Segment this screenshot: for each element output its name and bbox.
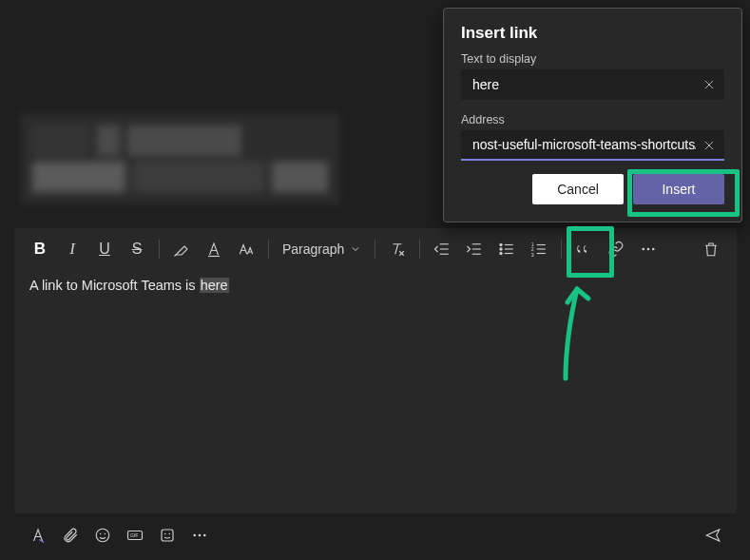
separator [375,240,375,259]
numbered-list-button[interactable]: 123 [523,233,555,265]
insert-button[interactable]: Insert [633,174,724,204]
svg-point-28 [164,533,166,535]
clear-formatting-icon [389,241,406,258]
svg-point-30 [193,534,196,537]
svg-point-24 [105,533,106,535]
svg-point-21 [652,248,655,251]
indent-icon [466,241,483,258]
gif-icon: GIF [126,527,144,544]
svg-point-19 [643,248,645,251]
insert-link-dialog: Insert link Text to display Address Canc… [443,8,742,222]
svg-point-20 [647,248,650,251]
svg-point-31 [199,534,202,537]
svg-text:GIF: GIF [130,532,139,538]
format-icon [29,527,47,544]
more-actions-button[interactable] [185,521,214,550]
font-color-button[interactable] [198,233,230,265]
text-to-display-input[interactable] [461,69,724,100]
text-to-display-field [461,69,724,100]
outdent-button[interactable] [426,233,458,265]
text-to-display-label: Text to display [461,52,724,66]
svg-text:3: 3 [531,252,534,258]
font-color-icon [205,241,222,258]
svg-rect-27 [162,530,173,541]
address-input[interactable] [461,130,724,161]
send-button[interactable] [699,521,727,550]
address-label: Address [461,113,724,126]
quote-icon [575,241,592,258]
quote-button[interactable] [567,233,600,265]
attach-button[interactable] [56,521,85,550]
address-field [461,130,724,161]
outdent-icon [433,241,451,258]
bulleted-list-button[interactable] [490,233,523,265]
chat-header-blurred [21,114,339,203]
separator [419,240,420,259]
message-editor[interactable]: A link to Microsoft Teams is here [14,270,737,513]
svg-point-7 [500,243,502,245]
compose-box: B I U S Paragraph [14,228,737,513]
editor-selected-text: here [200,278,229,293]
sticker-icon [159,527,176,544]
highlight-icon [173,241,190,258]
clear-formatting-button[interactable] [381,233,413,265]
gif-button[interactable]: GIF [121,521,149,550]
insert-link-button[interactable] [600,233,632,265]
emoji-button[interactable] [88,521,117,550]
svg-point-32 [203,534,206,537]
close-icon [702,139,716,152]
cancel-button[interactable]: Cancel [532,174,624,204]
dialog-title: Insert link [461,24,724,43]
more-horizontal-icon [640,241,657,258]
close-icon [702,78,716,91]
highlight-button[interactable] [165,233,198,265]
dialog-actions: Cancel Insert [461,174,724,204]
font-size-button[interactable] [230,233,262,265]
more-horizontal-icon [191,527,208,544]
svg-point-22 [96,529,109,542]
send-icon [704,527,721,544]
svg-point-8 [500,248,502,250]
svg-point-29 [169,533,171,535]
more-options-button[interactable] [632,233,664,265]
chevron-down-icon [350,243,361,255]
svg-point-23 [100,533,102,535]
paperclip-icon [62,527,79,544]
compose-actions: GIF [14,516,737,554]
clear-address-button[interactable] [700,136,719,155]
bulleted-list-icon [498,241,515,258]
italic-button[interactable]: I [56,233,88,265]
numbered-list-icon: 123 [530,241,548,258]
separator [159,240,160,259]
underline-button[interactable]: U [88,233,121,265]
emoji-icon [94,527,111,544]
link-icon [607,241,625,258]
indent-button[interactable] [458,233,490,265]
format-button[interactable] [24,521,52,550]
separator [561,240,562,259]
paragraph-dropdown[interactable]: Paragraph [275,233,369,265]
clear-text-button[interactable] [700,75,719,94]
separator [268,240,269,259]
paragraph-label: Paragraph [282,241,344,257]
bold-button[interactable]: B [24,233,56,265]
svg-point-9 [500,252,502,254]
editor-text: A link to Microsoft Teams is [29,278,200,293]
delete-button[interactable] [695,233,727,265]
font-size-icon [238,241,255,258]
sticker-button[interactable] [153,521,182,550]
strikethrough-button[interactable]: S [121,233,153,265]
trash-icon [702,241,720,258]
formatting-toolbar: B I U S Paragraph [14,228,737,270]
